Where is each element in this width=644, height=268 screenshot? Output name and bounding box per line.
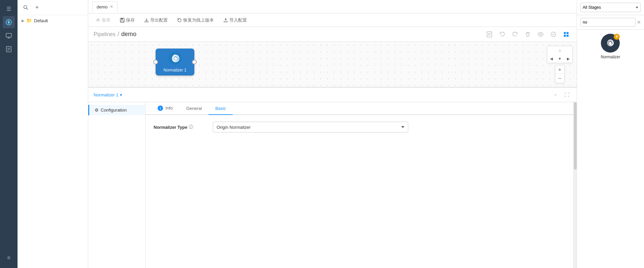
detail-title[interactable]: Normalizer 1 ▾ (94, 92, 122, 97)
sidebar-icon-bottom[interactable]: ≡ (3, 252, 15, 264)
sidebar: ☰ ≡ (0, 0, 18, 268)
nav-panel: + ▶ 📁 Default (18, 0, 88, 268)
tab-demo[interactable]: demo ✕ (92, 1, 118, 12)
right-search-clear-button[interactable]: ✕ (637, 19, 641, 25)
folder-icon: 📁 (26, 18, 32, 23)
map-down-button[interactable]: ▼ (556, 55, 564, 63)
node-port-right[interactable] (192, 60, 197, 64)
detail-panel: Normalizer 1 ▾ − ⛶ ⚙ Configuration (88, 87, 577, 268)
right-panel-header: All Stages Origins Processors Destinatio… (577, 0, 644, 15)
nav-item-label: Default (34, 18, 48, 23)
tab-close-button[interactable]: ✕ (110, 4, 113, 9)
breadcrumb-sep: / (118, 31, 119, 38)
stage-item-normalizer[interactable]: P Normalizer (601, 34, 620, 59)
import-button[interactable]: 导入配置 (221, 16, 249, 24)
node-port-left[interactable] (153, 60, 158, 64)
canvas-redo-button[interactable] (510, 29, 520, 39)
nav-item-default[interactable]: ▶ 📁 Default (18, 15, 88, 26)
canvas-delete-button[interactable] (523, 29, 533, 39)
restore-label: 恢复为线上版本 (183, 17, 214, 23)
restore-button[interactable]: 恢复为线上版本 (175, 16, 216, 24)
import-label: 导入配置 (229, 17, 247, 23)
export-button[interactable]: 导出配置 (142, 16, 170, 24)
right-search-input[interactable] (580, 18, 636, 27)
detail-tabs: i Info General Basic Norma (146, 102, 573, 268)
tab-basic-label: Basic (215, 106, 226, 111)
canvas-actions (484, 29, 571, 39)
info-circle-icon: i (158, 106, 163, 111)
stage-select[interactable]: All Stages Origins Processors Destinatio… (580, 3, 641, 12)
detail-left-menu: ⚙ Configuration (88, 102, 146, 268)
canvas-preview-button[interactable] (536, 29, 546, 39)
normalizer-type-label: Normalizer Type ⓘ (154, 124, 207, 130)
detail-title-text: Normalizer 1 (94, 92, 119, 97)
save-label: 保存 (126, 17, 135, 23)
svg-point-19 (551, 32, 556, 37)
breadcrumb: Pipelines / demo (94, 31, 136, 38)
detail-scrollbar[interactable] (573, 102, 577, 268)
publish-label: 发布 (102, 17, 110, 23)
svg-rect-21 (567, 32, 569, 34)
map-left-button[interactable]: ◀ (547, 55, 555, 63)
detail-scrollbar-thumb[interactable] (574, 102, 577, 170)
pipeline-canvas: Pipelines / demo (88, 27, 577, 268)
svg-rect-20 (564, 32, 566, 34)
zoom-controls: + − (555, 65, 565, 83)
tab-bar: demo ✕ (88, 0, 577, 13)
canvas-drawing-area[interactable]: Normalizer 1 ⌂ ◀ ▼ ▶ + − (88, 42, 577, 87)
svg-point-18 (540, 33, 542, 35)
map-home-button[interactable]: ⌂ (556, 46, 564, 54)
nav-panel-header: + (18, 0, 88, 15)
save-button[interactable]: 保存 (118, 16, 137, 24)
detail-tabs-content: Normalizer Type ⓘ Origin Normalizer Cust… (146, 115, 573, 268)
nav-search-button[interactable] (21, 3, 30, 12)
node-icon (169, 52, 182, 66)
detail-maximize-button[interactable]: ⛶ (562, 90, 571, 99)
map-right-button[interactable]: ▶ (564, 55, 572, 63)
canvas-validate-button[interactable] (548, 29, 558, 39)
publish-button[interactable]: 发布 (94, 16, 112, 24)
stage-badge: P (614, 34, 620, 40)
canvas-undo-button[interactable] (497, 29, 507, 39)
sidebar-icon-monitor[interactable] (3, 30, 15, 42)
tab-label: demo (97, 4, 108, 9)
tab-general-label: General (186, 106, 202, 111)
detail-menu-configuration[interactable]: ⚙ Configuration (88, 105, 145, 115)
zoom-in-button[interactable]: + (555, 65, 564, 74)
zoom-out-button[interactable]: − (555, 74, 564, 83)
node-label: Normalizer 1 (163, 68, 186, 72)
tab-general[interactable]: General (180, 102, 208, 115)
map-nav: ⌂ ◀ ▼ ▶ (547, 46, 573, 63)
detail-dropdown-icon: ▾ (120, 92, 122, 97)
detail-content: ⚙ Configuration i Info General (88, 102, 577, 268)
sidebar-icon-menu[interactable]: ☰ (3, 3, 15, 15)
breadcrumb-current: demo (121, 31, 136, 38)
normalizer-type-info-icon[interactable]: ⓘ (189, 124, 193, 130)
normalizer-node[interactable]: Normalizer 1 (156, 49, 194, 76)
right-search: ✕ (577, 15, 644, 30)
tab-basic[interactable]: Basic (208, 102, 233, 115)
svg-rect-1 (6, 33, 11, 37)
configuration-label: Configuration (101, 108, 127, 113)
sidebar-icon-log[interactable] (3, 43, 15, 55)
detail-tabs-header: i Info General Basic (146, 102, 573, 115)
detail-minimize-button[interactable]: − (551, 90, 560, 99)
nav-add-button[interactable]: + (32, 3, 42, 12)
canvas-doc-button[interactable] (484, 29, 494, 39)
detail-header: Normalizer 1 ▾ − ⛶ (88, 88, 577, 102)
sidebar-icon-pipeline[interactable] (3, 16, 15, 28)
main-area: demo ✕ 发布 保存 导出配置 (88, 0, 577, 268)
svg-rect-12 (121, 18, 123, 20)
tab-info-label: Info (165, 106, 173, 111)
toolbar: 发布 保存 导出配置 恢复为线上版本 (88, 13, 577, 27)
detail-header-actions: − ⛶ (551, 90, 571, 99)
configuration-gear-icon: ⚙ (95, 108, 99, 113)
stage-label: Normalizer (601, 55, 620, 59)
svg-rect-23 (567, 35, 569, 37)
tab-info[interactable]: i Info (151, 102, 180, 115)
stage-icon-wrap: P (601, 34, 620, 53)
normalizer-type-select[interactable]: Origin Normalizer Custom Normalizer (213, 122, 408, 132)
canvas-header: Pipelines / demo (88, 27, 577, 42)
canvas-grid-button[interactable] (561, 29, 571, 39)
svg-line-9 (27, 8, 28, 10)
